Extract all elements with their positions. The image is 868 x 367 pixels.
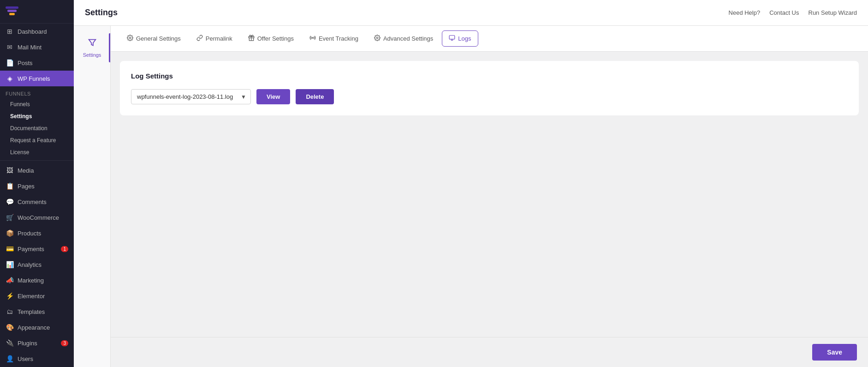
sidebar-item-users[interactable]: 👤 Users [0,351,74,367]
sidebar-item-label: WooCommerce [18,214,59,221]
appearance-icon: 🎨 [6,324,14,331]
sidebar-logo [0,0,74,24]
svg-rect-2 [9,13,15,15]
tab-general-label: General Settings [136,35,181,42]
permalink-icon [196,35,203,42]
tab-permalink[interactable]: Permalink [190,30,239,47]
sidebar-item-plugins[interactable]: 🔌 Plugins 3 [0,335,74,351]
funnel-nav-icon [87,38,97,50]
sidebar-item-appearance[interactable]: 🎨 Appearance [0,319,74,335]
sidebar-item-wp-funnels[interactable]: ◈ WP Funnels ◀ [0,71,74,86]
chevron-icon: ◀ [65,76,68,81]
general-settings-icon [127,35,133,42]
tab-event-tracking[interactable]: Event Tracking [303,30,365,47]
divider [0,160,74,161]
marketing-icon: 📣 [6,277,14,284]
sidebar-item-dashboard[interactable]: ⊞ Dashboard [0,24,74,39]
sidebar-item-label: Pages [18,183,35,190]
dashboard-icon: ⊞ [6,28,14,35]
tab-offer[interactable]: Offer Settings [241,30,301,47]
log-select-wrapper: wpfunnels-event-log-2023-08-11.log ▼ [131,89,251,104]
funnels-section-label: Funnels [0,86,74,98]
sidebar-item-media[interactable]: 🖼 Media [0,162,74,178]
logo-icon [6,6,18,17]
svg-rect-0 [6,6,18,9]
sidebar-item-templates[interactable]: 🗂 Templates [0,304,74,319]
sidebar: ⊞ Dashboard ✉ Mail Mint 📄 Posts ◈ WP Fun… [0,0,74,367]
sidebar-item-label: Appearance [18,324,50,331]
sidebar-item-label: Users [18,355,33,362]
templates-icon: 🗂 [6,308,14,315]
sidebar-item-label: Analytics [18,261,42,268]
plugins-badge: 3 [61,340,68,346]
tab-general[interactable]: General Settings [120,30,188,47]
svg-point-3 [129,37,131,39]
view-button[interactable]: View [256,89,290,104]
sidebar-item-label: Mail Mint [18,44,42,51]
svg-rect-1 [7,10,17,12]
topbar: Settings Need Help? Contact Us Run Setup… [74,0,868,26]
products-icon: 📦 [6,229,14,237]
log-controls: wpfunnels-event-log-2023-08-11.log ▼ Vie… [131,89,848,104]
woocommerce-icon: 🛒 [6,214,14,221]
sidebar-item-woocommerce[interactable]: 🛒 WooCommerce [0,210,74,225]
pages-icon: 📋 [6,182,14,190]
comments-icon: 💬 [6,198,14,205]
main-content: Settings Need Help? Contact Us Run Setup… [74,0,868,367]
sidebar-item-payments[interactable]: 💳 Payments 1 [0,241,74,257]
svg-rect-7 [449,36,455,39]
tab-logs-label: Logs [458,35,471,42]
logs-icon [449,35,455,42]
sidebar-sub-funnels[interactable]: Funnels [0,98,74,110]
topbar-actions: Need Help? Contact Us Run Setup Wizard [729,9,857,16]
tab-offer-label: Offer Settings [257,35,294,42]
log-file-select[interactable]: wpfunnels-event-log-2023-08-11.log [131,89,251,104]
tab-advanced-label: Advanced Settings [383,35,433,42]
sidebar-item-label: Plugins [18,340,37,347]
sidebar-item-posts[interactable]: 📄 Posts [0,55,74,71]
offer-icon [248,35,255,42]
sidebar-item-comments[interactable]: 💬 Comments [0,194,74,210]
sidebar-item-pages[interactable]: 📋 Pages [0,178,74,194]
posts-icon: 📄 [6,59,14,66]
run-setup-wizard-link[interactable]: Run Setup Wizard [809,9,857,16]
sidebar-item-label: Products [18,230,41,237]
funnels-icon: ◈ [6,75,14,82]
left-nav: Settings [74,26,111,367]
sidebar-item-analytics[interactable]: 📊 Analytics [0,257,74,272]
page-title: Settings [85,8,118,18]
sidebar-item-elementor[interactable]: ⚡ Elementor [0,288,74,304]
advanced-settings-icon [374,35,380,42]
sidebar-item-label: Media [18,167,34,174]
contact-us-link[interactable]: Contact Us [769,9,799,16]
settings-panel: General Settings Permalink Offer Setting… [111,26,868,367]
save-button[interactable]: Save [812,344,857,361]
sidebar-sub-license[interactable]: License [0,146,74,158]
need-help-link[interactable]: Need Help? [729,9,761,16]
left-nav-funnels[interactable]: Settings [76,33,108,62]
svg-point-5 [312,37,313,38]
sidebar-sub-documentation[interactable]: Documentation [0,122,74,134]
sidebar-item-label: Templates [18,308,45,315]
sidebar-item-products[interactable]: 📦 Products [0,225,74,241]
payments-icon: 💳 [6,245,14,253]
tab-logs[interactable]: Logs [442,30,478,47]
analytics-icon: 📊 [6,261,14,268]
sidebar-sub-request-feature[interactable]: Request a Feature [0,134,74,146]
sidebar-item-mail-mint[interactable]: ✉ Mail Mint [0,39,74,55]
sidebar-item-marketing[interactable]: 📣 Marketing [0,272,74,288]
left-nav-label: Settings [83,52,101,58]
log-settings-title: Log Settings [131,72,848,80]
users-icon: 👤 [6,355,14,362]
tab-advanced[interactable]: Advanced Settings [367,30,440,47]
delete-button[interactable]: Delete [296,89,334,104]
tab-permalink-label: Permalink [206,35,232,42]
sidebar-sub-settings[interactable]: Settings [0,110,74,122]
sidebar-item-label: WP Funnels [18,75,50,82]
mail-icon: ✉ [6,43,14,51]
content-area: Settings General Settings Permalink [74,26,868,367]
media-icon: 🖼 [6,167,14,174]
sidebar-item-label: Marketing [18,277,44,284]
sidebar-item-label: Comments [18,199,47,205]
sidebar-item-label: Elementor [18,293,45,300]
